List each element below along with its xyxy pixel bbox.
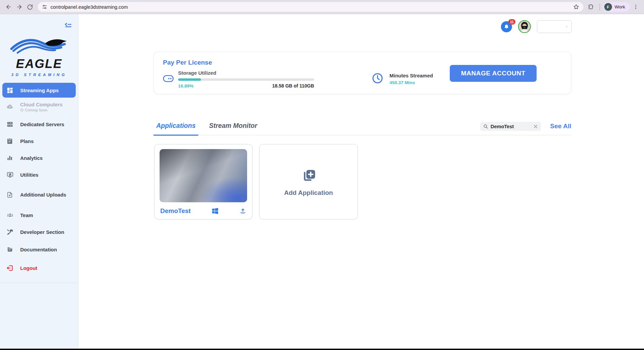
browser-menu-button[interactable] [631,2,641,12]
app-thumbnail[interactable] [160,149,247,202]
sidebar-item-label: Documentation [20,247,57,252]
add-application-label: Add Application [284,189,333,197]
kebab-menu-icon [633,4,639,10]
toolbar-divider [600,4,600,10]
back-icon [5,4,12,10]
coming-soon-label: Coming Soon [25,108,47,112]
app-search[interactable] [480,122,541,131]
notification-badge: 11 [508,19,515,25]
sidebar-item-utilities[interactable]: Utilities [0,166,78,183]
clear-search-icon[interactable] [533,124,538,129]
sidebar-item-label: Dedicated Servers [20,121,64,127]
sidebar-item-additional-uploads[interactable]: Additional Uploads [0,183,78,207]
eagle-logo: EAGLE 3D STREAMING [0,37,78,77]
clock-icon [372,73,383,85]
people-icon [6,212,14,218]
address-bar[interactable] [38,2,583,12]
screen-bottom-edge [0,349,644,350]
search-icon [483,124,488,129]
storage-label: Storage Utilized [178,70,314,76]
url-input[interactable] [50,4,570,10]
sidebar-item-documentation[interactable]: Documentation [0,240,78,258]
user-avatar[interactable] [518,20,531,33]
app-card-demotest[interactable]: DemoTest [154,144,252,219]
storage-icon [163,75,174,83]
tabs-row: Applications Stream Monitor See All [154,121,571,135]
sidebar-item-label: Streaming Apps [20,88,59,93]
sidebar-item-streaming-apps[interactable]: Streaming Apps [2,83,76,98]
storage-progress-track [178,78,314,81]
sidebar-item-analytics[interactable]: Analytics [0,149,78,166]
add-application-icon [300,167,317,185]
monitor-transfer-icon [6,171,14,178]
sidebar-item-dedicated-servers[interactable]: Dedicated Servers [0,116,78,133]
reload-button[interactable] [25,2,35,12]
add-application-card[interactable]: Add Application [259,144,358,219]
account-select-value: - [566,24,567,29]
clipboard-icon [6,138,14,144]
profile-avatar: F [604,3,612,11]
sidebar-item-team[interactable]: Team [0,207,78,223]
sidebar-item-label: Cloud Computers [20,102,63,107]
sidebar-item-plans[interactable]: Plans [0,133,78,149]
notifications-button[interactable]: 11 [501,21,512,32]
storage-amount: 18.58 GB of 110GB [272,83,314,89]
browser-toolbar: F Work [0,0,644,14]
tab-stream-monitor[interactable]: Stream Monitor [206,121,260,135]
logout-icon [6,265,14,272]
tools-icon [6,229,14,236]
cloud-icon [6,103,14,110]
site-settings-icon[interactable] [42,4,47,10]
sidebar-item-label: Utilities [20,172,38,178]
forward-button[interactable] [14,2,24,12]
browser-profile-chip[interactable]: F Work [603,2,630,12]
search-input[interactable] [490,124,531,129]
coming-soon-clock-icon [20,108,24,112]
license-card: Pay Per License Storage Utilized 16.89% … [154,51,571,94]
profile-name: Work [615,4,625,9]
manage-account-button[interactable]: MANAGE ACCOUNT [450,65,537,82]
windows-icon [212,208,218,214]
upload-icon[interactable] [239,208,246,214]
extensions-button[interactable] [586,2,596,12]
sidebar-item-label: Developer Section [20,229,64,235]
sidebar-divider [0,283,78,283]
eagle-bird-icon [10,37,68,55]
sidebar-collapse-button[interactable] [64,22,72,30]
minutes-streamed-value: 450.37 Mins [389,80,433,85]
reload-icon [27,4,33,10]
grid-icon [6,87,14,94]
minutes-streamed-label: Minutes Streamed [389,73,433,78]
sidebar-item-label: Plans [20,138,34,144]
sidebar-item-logout[interactable]: Logout [0,258,78,277]
applications-grid: DemoTest Add Application [154,144,358,219]
app-name[interactable]: DemoTest [160,207,191,215]
sidebar-item-cloud-computers[interactable]: Cloud Computers Coming Soon [0,98,78,116]
brand-tagline: 3D STREAMING [0,73,78,77]
sidebar-item-label: Team [20,212,33,218]
bar-chart-icon [6,154,14,161]
account-select[interactable]: - [537,20,572,33]
storage-progress-fill [178,78,201,81]
topbar: 11 - [501,20,572,33]
storage-percent: 16.89% [178,83,194,89]
sidebar-item-label: Additional Uploads [20,191,66,199]
sidebar-menu: Streaming Apps Cloud Computers Coming So… [0,83,78,277]
forward-icon [16,4,23,10]
brand-name: EAGLE [0,57,78,71]
back-button[interactable] [3,2,13,12]
sidebar: EAGLE 3D STREAMING Streaming Apps Cloud … [0,14,78,349]
see-all-link[interactable]: See All [550,123,571,130]
main-content: 11 - Pay Per License [78,14,644,349]
avatar-photo [519,21,530,32]
sidebar-item-developer-section[interactable]: Developer Section [0,223,78,240]
sidebar-item-label: Logout [20,265,37,271]
file-upload-icon [6,191,14,199]
collapse-sidebar-icon [64,22,72,29]
tab-applications[interactable]: Applications [154,121,198,136]
bookmark-star-icon[interactable] [573,4,579,10]
folder-icon [6,246,14,253]
server-icon [6,121,14,128]
extensions-puzzle-icon [588,4,594,10]
sidebar-item-label: Analytics [20,155,43,161]
